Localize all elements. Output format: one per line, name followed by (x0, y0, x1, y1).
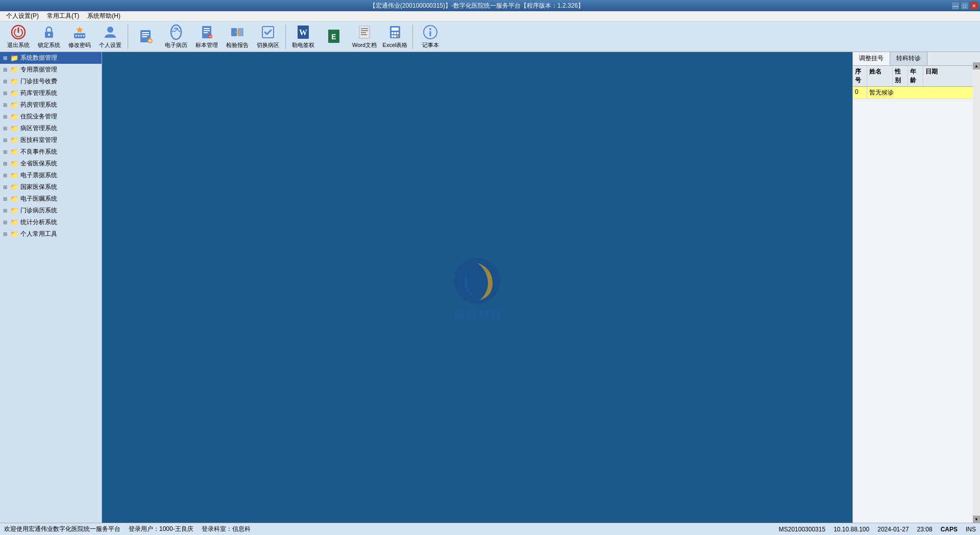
sidebar-item-national-insurance[interactable]: ⊞ 📁 国家医保系统 (0, 181, 102, 193)
exit-system-button[interactable]: 退出系统 (4, 23, 33, 50)
lab-report-button[interactable]: 标本管理 (192, 23, 221, 50)
ins-text: INS (966, 526, 976, 533)
status-login-user: 登录用户：1000-王良庆 (129, 525, 193, 533)
scroll-up-button[interactable]: ▲ (973, 62, 980, 69)
power-auth-button[interactable]: 切换病区 (254, 23, 282, 50)
menu-system-help[interactable]: 系统帮助(H) (83, 11, 125, 21)
sidebar-item-special-ticket-mgmt[interactable]: ⊞ 📁 专用票据管理 (0, 64, 102, 76)
svg-rect-36 (397, 32, 399, 34)
folder-icon: 📁 (10, 136, 18, 144)
sidebar-item-system-data-mgmt[interactable]: ⊞ 📁 系统数据管理 (0, 52, 102, 64)
header-name: 姓名 (867, 66, 893, 86)
sidebar-item-label: 药库管理系统 (20, 89, 57, 98)
lab-report-icon (199, 24, 215, 40)
right-panel-scrollbar[interactable]: ▲ ▼ (973, 62, 980, 523)
personal-settings-button[interactable]: 个人设置 (96, 23, 125, 50)
tab-adjust-registration[interactable]: 调整挂号 (853, 52, 890, 65)
cell-seq: 0 (853, 87, 867, 99)
personal-settings-icon (102, 24, 118, 40)
switch-ward-button[interactable]: 检验报告 (223, 23, 252, 50)
svg-rect-16 (204, 28, 210, 29)
sidebar-item-drug-room-mgmt[interactable]: ⊞ 📁 药房管理系统 (0, 99, 102, 111)
header-age: 年龄 (908, 66, 923, 86)
expand-icon: ⊞ (3, 114, 9, 119)
sidebar-item-label: 统计分析系统 (20, 218, 57, 227)
sidebar-item-personal-tools[interactable]: ⊞ 📁 个人常用工具 (0, 228, 102, 240)
scroll-track (973, 69, 980, 516)
emr-button[interactable] (131, 23, 160, 50)
sidebar-item-label: 病区管理系统 (20, 124, 57, 133)
expand-icon: ⊞ (3, 196, 9, 202)
svg-point-7 (83, 35, 85, 37)
svg-rect-39 (397, 35, 399, 37)
svg-point-8 (107, 27, 113, 33)
folder-icon: 📁 (10, 78, 18, 85)
login-user-text: 登录用户：1000-王良庆 (129, 525, 193, 533)
sidebar-item-e-invoice[interactable]: ⊞ 📁 电子票据系统 (0, 169, 102, 181)
folder-icon: 📁 (10, 218, 18, 226)
sidebar-item-outpatient-history[interactable]: ⊞ 📁 门诊病历系统 (0, 205, 102, 216)
sidebar-item-label: 全省医保系统 (20, 159, 57, 168)
switch-ward-label: 检验报告 (226, 41, 249, 49)
status-date: 2024-01-27 (877, 526, 909, 533)
notepad-button[interactable]: Word文档 (350, 23, 379, 50)
title-bar: 【宏通伟业(200100000315)】-数字化医院统一服务平台【程序版本：1.… (0, 0, 980, 11)
menu-personal-settings[interactable]: 个人设置(P) (2, 11, 43, 21)
minimize-button[interactable]: — (951, 2, 960, 10)
close-button[interactable]: ✕ (970, 2, 978, 10)
expand-icon: ⊞ (3, 231, 9, 237)
menu-common-tools[interactable]: 常用工具(T) (43, 11, 83, 21)
svg-rect-18 (204, 32, 208, 33)
svg-rect-29 (361, 30, 368, 31)
sidebar-item-stats-analysis[interactable]: ⊞ 📁 统计分析系统 (0, 216, 102, 228)
change-password-label: 修改密码 (68, 41, 91, 49)
label-mgmt-icon (168, 24, 184, 40)
calculator-button[interactable]: Excel表格 (381, 23, 409, 50)
folder-icon: 📁 (10, 230, 18, 238)
sidebar-item-medical-tech-mgmt[interactable]: ⊞ 📁 医技科室管理 (0, 134, 102, 146)
folder-icon: 📁 (10, 66, 18, 74)
restore-button[interactable]: □ (961, 2, 969, 10)
label-mgmt-button[interactable]: 电子病历 (162, 23, 190, 50)
svg-point-14 (171, 25, 181, 39)
power-auth-icon (260, 24, 276, 40)
word-doc-button[interactable]: W 勒电签权 (289, 23, 317, 50)
status-system-id: MS20100300315 (779, 526, 825, 533)
lock-system-button[interactable]: 锁定系统 (35, 23, 63, 50)
tab-transfer-consultation[interactable]: 转科转诊 (890, 52, 927, 65)
caps-text: CAPS (941, 526, 958, 533)
expand-icon: ⊞ (3, 161, 9, 166)
change-password-button[interactable]: 修改密码 (65, 23, 94, 50)
sidebar-item-provincial-insurance[interactable]: ⊞ 📁 全省医保系统 (0, 158, 102, 169)
notepad-label: Word文档 (352, 41, 377, 49)
header-gender: 性别 (893, 66, 908, 86)
svg-rect-10 (142, 32, 149, 33)
personal-settings-label: 个人设置 (99, 41, 121, 49)
label-mgmt-label: 电子病历 (165, 41, 187, 49)
sidebar-item-outpatient-registration[interactable]: ⊞ 📁 门诊挂号收费 (0, 76, 102, 87)
header-date: 日期 (923, 66, 980, 86)
scroll-down-button[interactable]: ▼ (973, 516, 980, 523)
expand-icon: ⊞ (3, 55, 9, 61)
right-panel-table: 序号 姓名 性别 年龄 日期 0 暂无候诊 (853, 66, 980, 523)
system-id-text: MS20100300315 (779, 526, 825, 533)
sidebar: ⊞ 📁 系统数据管理 ⊞ 📁 专用票据管理 ⊞ 📁 门诊挂号收费 ⊞ 📁 药库管… (0, 52, 102, 523)
svg-rect-37 (391, 35, 394, 37)
sidebar-item-adverse-event[interactable]: ⊞ 📁 不良事件系统 (0, 146, 102, 158)
status-bar: 欢迎使用宏通伟业数字化医院统一服务平台 登录用户：1000-王良庆 登录科室：信… (0, 523, 980, 535)
sidebar-item-e-medical-records[interactable]: ⊞ 📁 电子医嘱系统 (0, 193, 102, 205)
about-us-button[interactable]: 记事本 (416, 23, 445, 50)
excel-table-button[interactable]: E (320, 23, 348, 50)
sidebar-item-inpatient-business-mgmt[interactable]: ⊞ 📁 住院业务管理 (0, 111, 102, 123)
sidebar-item-label: 医技科室管理 (20, 136, 57, 144)
title-text: 【宏通伟业(200100000315)】-数字化医院统一服务平台【程序版本：1.… (2, 2, 951, 10)
date-text: 2024-01-27 (877, 526, 909, 533)
sidebar-item-pharmacy-mgmt[interactable]: ⊞ 📁 药库管理系统 (0, 87, 102, 99)
main-container: ⊞ 📁 系统数据管理 ⊞ 📁 专用票据管理 ⊞ 📁 门诊挂号收费 ⊞ 📁 药库管… (0, 52, 980, 523)
status-ins: INS (966, 526, 976, 533)
sidebar-item-label: 住院业务管理 (20, 112, 57, 121)
status-time: 23:08 (917, 526, 933, 533)
table-row[interactable]: 0 暂无候诊 (853, 87, 980, 99)
sidebar-item-ward-mgmt[interactable]: ⊞ 📁 病区管理系统 (0, 123, 102, 134)
expand-icon: ⊞ (3, 90, 9, 96)
